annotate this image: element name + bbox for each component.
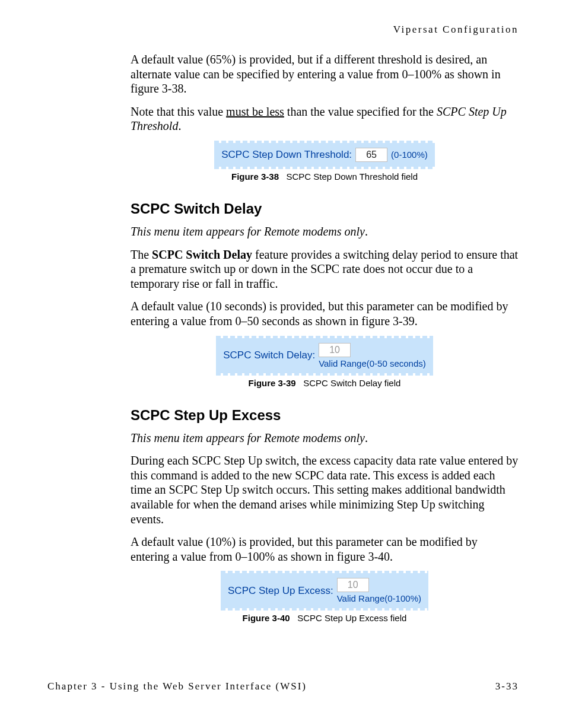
body-paragraph: Note that this value must be less than t… [131,104,519,133]
field-box: SCPC Step Down Threshold: 65 (0-100%) [214,143,435,167]
body-paragraph: A default value (10 seconds) is provided… [131,299,519,328]
figure-title: SCPC Step Down Threshold field [287,171,418,182]
field-box: SCPC Step Up Excess: 10 Valid Range(0-10… [221,573,428,608]
body-paragraph: During each SCPC Step Up switch, the exc… [131,453,519,526]
section-note: This menu item appears for Remote modems… [131,224,519,239]
emphasis-underline: must be less [226,105,284,118]
field-range: Valid Range(0-100%) [337,593,421,603]
figure-3-40: SCPC Step Up Excess: 10 Valid Range(0-10… [131,573,519,608]
figure-caption: Figure 3-38 SCPC Step Down Threshold fie… [131,171,519,182]
figure-number: Figure 3-40 [243,613,290,623]
section-heading: SCPC Switch Delay [131,201,519,217]
emphasis-italic: This menu item appears for Remote modems… [131,431,365,444]
text: The [131,248,152,261]
figure-title: SCPC Step Up Excess field [297,613,406,623]
section-heading: SCPC Step Up Excess [131,407,519,424]
figure-title: SCPC Switch Delay field [303,378,400,388]
figure-number: Figure 3-38 [231,171,279,182]
text: . [178,119,181,132]
field-range: Valid Range(0-50 seconds) [319,358,426,368]
running-header: Vipersat Configuration [47,24,519,36]
section-note: This menu item appears for Remote modems… [131,431,519,446]
text: . [365,431,368,444]
field-box: SCPC Switch Delay: 10 Valid Range(0-50 s… [216,338,433,373]
text: than the value specified for the [284,105,437,118]
emphasis-italic: This menu item appears for Remote modems… [131,225,365,238]
text: . [365,225,368,238]
page-footer: Chapter 3 - Using the Web Server Interfa… [47,681,519,692]
field-label: SCPC Step Down Threshold: [221,149,352,161]
text: Note that this value [131,105,226,118]
figure-3-39: SCPC Switch Delay: 10 Valid Range(0-50 s… [131,338,519,373]
threshold-input[interactable]: 65 [355,148,387,162]
delay-input[interactable]: 10 [319,343,351,357]
figure-caption: Figure 3-40 SCPC Step Up Excess field [131,613,519,623]
body-paragraph: A default value (65%) is provided, but i… [131,52,519,96]
field-label: SCPC Step Up Excess: [228,585,333,597]
figure-number: Figure 3-39 [249,378,296,388]
field-label: SCPC Switch Delay: [223,349,315,361]
field-range: (0-100%) [391,150,428,160]
emphasis-bold: SCPC Switch Delay [152,248,252,261]
excess-input[interactable]: 10 [337,578,369,592]
body-paragraph: The SCPC Switch Delay feature provides a… [131,247,519,291]
footer-chapter: Chapter 3 - Using the Web Server Interfa… [47,681,307,692]
figure-3-38: SCPC Step Down Threshold: 65 (0-100%) [131,143,519,167]
footer-page-number: 3-33 [495,681,519,692]
body-paragraph: A default value (10%) is provided, but t… [131,535,519,564]
figure-caption: Figure 3-39 SCPC Switch Delay field [131,378,519,388]
